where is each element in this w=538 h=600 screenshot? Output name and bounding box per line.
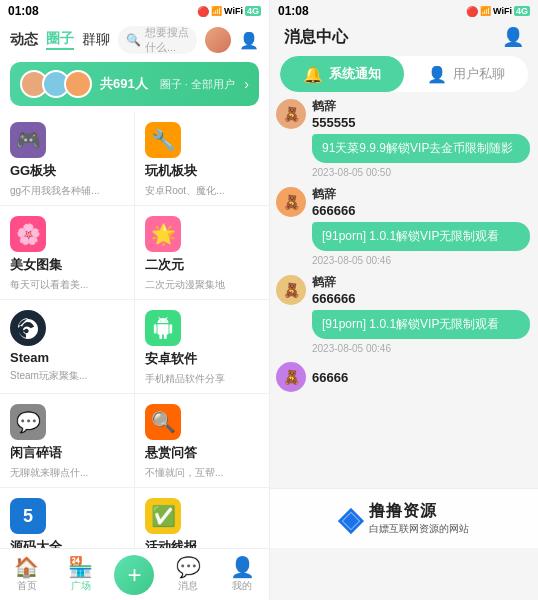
item-title-yuanmadaquan: 源码大全: [10, 538, 124, 548]
sender-avatar: 🧸: [276, 362, 306, 392]
sender-name: 鹤辞: [312, 186, 355, 203]
home-icon: 🏠: [14, 557, 39, 577]
item-title-wanjipan: 玩机板块: [145, 162, 259, 180]
item-desc-erciyuan: 二次元动漫聚集地: [145, 278, 259, 291]
nav-qunliao[interactable]: 群聊: [82, 31, 110, 49]
bottom-nav: 🏠 首页 🏪 广场 + 💬 消息 👤 我的: [0, 548, 269, 600]
nav-home[interactable]: 🏠 首页: [0, 557, 54, 593]
item-title-xuanshang: 悬赏问答: [145, 444, 259, 462]
user-icon[interactable]: 👤: [239, 31, 259, 50]
item-title-xianyanchenyu: 闲言碎语: [10, 444, 124, 462]
message-bubble: 91天菜9.9.9解锁VIP去金币限制随影: [312, 134, 530, 163]
right-header: 消息中心 👤: [270, 22, 538, 56]
sender-avatar: 🧸: [276, 275, 306, 305]
grid-item-anzhuorj[interactable]: 安卓软件 手机精品软件分享: [135, 300, 269, 393]
message-bubble: [91porn] 1.0.1解锁VIP无限制观看: [312, 310, 530, 339]
community-banner[interactable]: 共691人 圈子 · 全部用户 ›: [10, 62, 259, 106]
item-desc-xianyanchenyu: 无聊就来聊点什...: [10, 466, 124, 479]
sender-id: 666666: [312, 291, 355, 306]
notify-tab-icon: 🔔: [303, 65, 323, 84]
chat-tab-icon: 👤: [427, 65, 447, 84]
item-desc-meinv: 每天可以看着美...: [10, 278, 124, 291]
nav-plaza-label: 广场: [71, 579, 91, 593]
banner-count: 共691人: [100, 75, 148, 93]
item-desc-xuanshang: 不懂就问，互帮...: [145, 466, 259, 479]
tab-user-chat[interactable]: 👤 用户私聊: [404, 56, 528, 92]
message-group: 🧸 鹤辞 666666 [91porn] 1.0.1解锁VIP无限制观看2023…: [276, 274, 532, 354]
item-title-erciyuan: 二次元: [145, 256, 259, 274]
nav-add[interactable]: +: [108, 555, 162, 595]
add-icon: +: [127, 563, 141, 587]
nav-plaza[interactable]: 🏪 广场: [54, 557, 108, 593]
grid-item-erciyuan[interactable]: 🌟 二次元 二次元动漫聚集地: [135, 206, 269, 299]
grid-item-wanjipan[interactable]: 🔧 玩机板块 安卓Root、魔化...: [135, 112, 269, 205]
tab-user-chat-label: 用户私聊: [453, 65, 505, 83]
item-desc-wanjipan: 安卓Root、魔化...: [145, 184, 259, 197]
message-tabs: 🔔 系统通知 👤 用户私聊: [280, 56, 528, 92]
sender-row: 🧸 鹤辞 666666: [276, 186, 532, 218]
nav-messages[interactable]: 💬 消息: [161, 557, 215, 593]
right-panel: 01:08 🔴 📶 WiFi 4G 消息中心 👤 🔔 系统通知 👤 用户私聊 🧸…: [269, 0, 538, 600]
sender-name: 鹤辞: [312, 98, 355, 115]
right-page-title: 消息中心: [284, 27, 348, 48]
nav-dongtai[interactable]: 动态: [10, 31, 38, 49]
item-desc-gg: gg不用我我各种辅...: [10, 184, 124, 197]
item-title-gg: GG板块: [10, 162, 124, 180]
plaza-icon: 🏪: [68, 557, 93, 577]
grid-item-gg[interactable]: 🎮 GG板块 gg不用我我各种辅...: [0, 112, 134, 205]
search-placeholder: 想要搜点什么...: [145, 25, 189, 55]
nav-home-label: 首页: [17, 579, 37, 593]
left-panel: 01:08 🔴 📶 WiFi 4G 动态 圈子 群聊 🔍 想要搜点什么... 👤…: [0, 0, 269, 600]
nav-messages-label: 消息: [178, 579, 198, 593]
top-nav: 动态 圈子 群聊 🔍 想要搜点什么... 👤: [0, 22, 269, 60]
grid-item-steam[interactable]: Steam Steam玩家聚集...: [0, 300, 134, 393]
sender-avatar: 🧸: [276, 187, 306, 217]
left-status-icons: 🔴 📶 WiFi 4G: [197, 6, 261, 17]
item-title-huodongxianbao: 活动线报: [145, 538, 259, 548]
item-desc-steam: Steam玩家聚集...: [10, 369, 124, 382]
sender-row: 🧸 鹤辞 666666: [276, 274, 532, 306]
left-status-bar: 01:08 🔴 📶 WiFi 4G: [0, 0, 269, 22]
sender-id: 666666: [312, 203, 355, 218]
right-user-icon[interactable]: 👤: [502, 26, 524, 48]
item-title-steam: Steam: [10, 350, 124, 365]
right-status-bar: 01:08 🔴 📶 WiFi 4G: [270, 0, 538, 22]
nav-profile[interactable]: 👤 我的: [215, 557, 269, 593]
sender-id: 66666: [312, 370, 348, 385]
left-time: 01:08: [8, 4, 39, 18]
sender-row: 🧸 66666: [276, 362, 532, 392]
add-button[interactable]: +: [114, 555, 154, 595]
item-title-anzhuorj: 安卓软件: [145, 350, 259, 368]
sender-id: 555555: [312, 115, 355, 130]
grid-item-yuanmadaquan[interactable]: 5 源码大全 各种精品免费源码: [0, 488, 134, 548]
message-group: 🧸 鹤辞 555555 91天菜9.9.9解锁VIP去金币限制随影2023-08…: [276, 98, 532, 178]
grid-item-xuanshang[interactable]: 🔍 悬赏问答 不懂就问，互帮...: [135, 394, 269, 487]
item-desc-anzhuorj: 手机精品软件分享: [145, 372, 259, 385]
profile-icon: 👤: [230, 557, 255, 577]
search-bar[interactable]: 🔍 想要搜点什么...: [118, 26, 197, 54]
message-group: 🧸 鹤辞 666666 [91porn] 1.0.1解锁VIP无限制观看2023…: [276, 186, 532, 266]
messages-icon: 💬: [176, 557, 201, 577]
category-grid: 🎮 GG板块 gg不用我我各种辅... 🔧 玩机板块 安卓Root、魔化... …: [0, 112, 269, 548]
sender-avatar: 🧸: [276, 99, 306, 129]
grid-item-xianyanchenyu[interactable]: 💬 闲言碎语 无聊就来聊点什...: [0, 394, 134, 487]
search-icon: 🔍: [126, 33, 141, 47]
nav-quanzi[interactable]: 圈子: [46, 30, 74, 50]
message-time: 2023-08-05 00:46: [312, 255, 532, 266]
tab-system-notify-label: 系统通知: [329, 65, 381, 83]
messages-list: 🧸 鹤辞 555555 91天菜9.9.9解锁VIP去金币限制随影2023-08…: [270, 98, 538, 600]
message-time: 2023-08-05 00:50: [312, 167, 532, 178]
message-time: 2023-08-05 00:46: [312, 343, 532, 354]
grid-item-meinv[interactable]: 🌸 美女图集 每天可以看着美...: [0, 206, 134, 299]
grid-item-huodongxianbao[interactable]: ✅ 活动线报 薅羊毛，撸干货: [135, 488, 269, 548]
banner-subtext: 圈子 · 全部用户: [160, 77, 235, 92]
item-title-meinv: 美女图集: [10, 256, 124, 274]
right-status-icons: 🔴 📶 WiFi 4G: [466, 6, 530, 17]
user-avatar[interactable]: [205, 27, 231, 53]
banner-arrow: ›: [244, 76, 249, 92]
message-group: 🧸 66666: [276, 362, 532, 392]
tab-system-notify[interactable]: 🔔 系统通知: [280, 56, 404, 92]
right-time: 01:08: [278, 4, 309, 18]
message-bubble: [91porn] 1.0.1解锁VIP无限制观看: [312, 222, 530, 251]
banner-avatar-3: [64, 70, 92, 98]
